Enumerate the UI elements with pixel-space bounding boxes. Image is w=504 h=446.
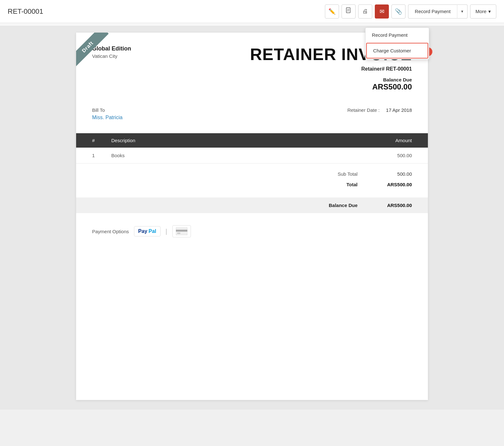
col-desc-header: Description bbox=[111, 138, 364, 143]
invoice-id: RET-00001 bbox=[8, 7, 325, 16]
record-payment-dropdown-button[interactable]: ▾ bbox=[457, 4, 468, 19]
edit-icon: ✏️ bbox=[328, 8, 335, 15]
more-arrow-icon: ▾ bbox=[488, 9, 491, 14]
retainer-number: Retainer# RET-00001 bbox=[199, 66, 412, 72]
balance-due-section: Balance Due ARS500.00 bbox=[199, 77, 412, 91]
totals-section: Sub Total 500.00 Total ARS500.00 bbox=[76, 164, 428, 195]
balance-due-amount: ARS500.00 bbox=[199, 82, 412, 91]
more-label: More bbox=[476, 9, 486, 14]
subtotal-row: Sub Total 500.00 bbox=[92, 169, 412, 179]
email-icon: ✉ bbox=[380, 8, 384, 15]
card-icon bbox=[176, 227, 187, 235]
card-payment-button[interactable] bbox=[172, 225, 191, 237]
col-amount-header: Amount bbox=[364, 138, 412, 143]
more-button[interactable]: More ▾ bbox=[470, 4, 496, 19]
total-value: ARS500.00 bbox=[364, 182, 412, 187]
toolbar-actions: ✏️ 🖨 ✉ 📎 Record Payment ▾ Record Payment… bbox=[325, 4, 496, 19]
draft-label: Draft bbox=[76, 33, 109, 68]
print-button[interactable]: 🖨 bbox=[358, 4, 372, 19]
bill-to-label: Bill To bbox=[92, 107, 122, 113]
payment-divider: | bbox=[166, 228, 167, 235]
print-icon: 🖨 bbox=[362, 8, 368, 15]
paypal-button[interactable]: PayPal bbox=[134, 226, 160, 236]
invoice-table: # Description Amount 1 Books 500.00 bbox=[76, 133, 428, 164]
row-desc: Books bbox=[111, 153, 364, 158]
record-payment-group: Record Payment ▾ Record Payment Charge C… bbox=[408, 4, 468, 19]
table-row: 1 Books 500.00 bbox=[76, 148, 428, 164]
bill-to-name[interactable]: Miss. Patricia bbox=[92, 115, 122, 120]
invoice-paper: Draft Global Edition Vatican City RETAIN… bbox=[76, 33, 428, 400]
dropdown-item-record-payment[interactable]: Record Payment bbox=[366, 28, 429, 42]
table-header: # Description Amount bbox=[76, 133, 428, 148]
balance-due-final-value: ARS500.00 bbox=[364, 203, 412, 208]
subtotal-value: 500.00 bbox=[364, 171, 412, 177]
payment-options: Payment Options PayPal | bbox=[76, 216, 428, 247]
balance-due-label: Balance Due bbox=[199, 77, 412, 82]
row-num: 1 bbox=[92, 153, 111, 158]
sub-toolbar bbox=[0, 23, 504, 26]
edit-button[interactable]: ✏️ bbox=[325, 4, 339, 19]
pdf-button[interactable] bbox=[342, 4, 356, 19]
retainer-number-value: RET-00001 bbox=[386, 66, 412, 72]
row-amount: 500.00 bbox=[364, 153, 412, 158]
draft-ribbon: Draft bbox=[76, 33, 118, 74]
balance-due-final-label: Balance Due bbox=[300, 203, 364, 208]
attach-icon: 📎 bbox=[395, 8, 402, 15]
total-row: Total ARS500.00 bbox=[92, 179, 412, 190]
col-num-header: # bbox=[92, 138, 111, 143]
subtotal-label: Sub Total bbox=[300, 171, 364, 177]
record-payment-button[interactable]: Record Payment bbox=[408, 4, 457, 19]
invoice-wrapper: Draft Global Edition Vatican City RETAIN… bbox=[0, 26, 504, 410]
balance-due-final-row: Balance Due ARS500.00 bbox=[76, 197, 428, 213]
record-payment-dropdown-menu: Record Payment Charge Customer bbox=[365, 27, 429, 59]
pdf-icon bbox=[345, 7, 352, 15]
retainer-date-label: Retainer Date : bbox=[347, 107, 380, 113]
email-button[interactable]: ✉ bbox=[375, 4, 389, 19]
payment-options-label: Payment Options bbox=[92, 229, 129, 234]
attach-button[interactable]: 📎 bbox=[391, 4, 406, 19]
paypal-pay-text: Pay bbox=[138, 228, 147, 234]
retainer-number-label: Retainer# bbox=[361, 66, 385, 72]
bill-section: Bill To Miss. Patricia Retainer Date : 1… bbox=[76, 101, 428, 127]
retainer-date-value: 17 Apr 2018 bbox=[386, 107, 412, 113]
retainer-date-section: Retainer Date : 17 Apr 2018 bbox=[347, 107, 412, 113]
dropdown-arrow-icon: ▾ bbox=[461, 9, 463, 14]
dropdown-item-charge-customer[interactable]: Charge Customer bbox=[366, 43, 428, 58]
total-label: Total bbox=[300, 182, 364, 187]
paypal-pal-text: Pal bbox=[149, 228, 156, 234]
svg-rect-3 bbox=[177, 233, 180, 234]
svg-rect-2 bbox=[176, 230, 187, 232]
bill-to: Bill To Miss. Patricia bbox=[92, 107, 122, 120]
toolbar: RET-00001 ✏️ 🖨 ✉ 📎 Record Payment ▾ Reco bbox=[0, 0, 504, 23]
